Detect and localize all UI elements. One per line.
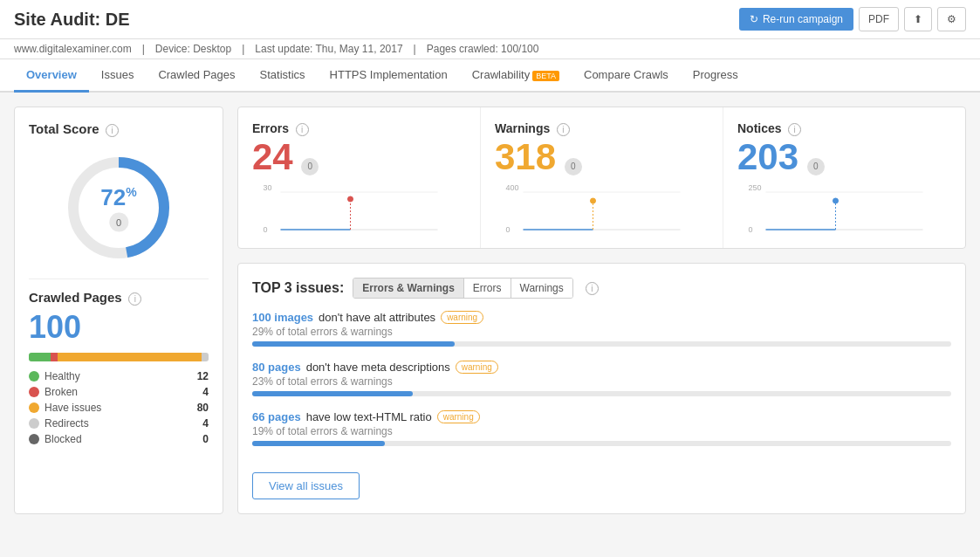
bar-have-issues (58, 353, 202, 361)
notices-number: 203 (737, 136, 798, 177)
rerun-button[interactable]: ↻ Re-run campaign (739, 8, 853, 31)
tab-errors-warnings[interactable]: Errors & Warnings (353, 278, 464, 298)
tab-errors-only[interactable]: Errors (464, 278, 511, 298)
tab-compare-crawls[interactable]: Compare Crawls (572, 59, 681, 93)
count-healthy: 12 (197, 370, 209, 382)
errors-header: Errors i (252, 121, 466, 136)
issue-2-badge: warning (456, 361, 498, 374)
notices-block: Notices i 203 0 250 0 (723, 107, 965, 248)
svg-text:0: 0 (749, 225, 753, 234)
tab-crawled-pages[interactable]: Crawled Pages (146, 59, 247, 93)
errors-value-row: 24 0 (252, 136, 466, 178)
left-panel: Total Score i 72% 0 Cr (14, 107, 223, 514)
total-score-info-icon[interactable]: i (106, 124, 119, 137)
score-badge: 0 (109, 213, 128, 232)
crawled-pages-header: Crawled Pages i (29, 290, 209, 306)
page-title: Site Audit: DE (14, 10, 130, 30)
legend-have-issues: Have issues 80 (29, 402, 209, 414)
svg-text:0: 0 (264, 225, 268, 234)
issues-tab-group: Errors & Warnings Errors Warnings (353, 278, 573, 299)
issue-1-link[interactable]: 100 images (252, 311, 313, 324)
view-all-button[interactable]: View all issues (252, 472, 360, 499)
tab-https[interactable]: HTTPS Implementation (318, 59, 460, 93)
label-have-issues: Have issues (45, 402, 197, 414)
share-button[interactable]: ⬆ (904, 7, 932, 31)
warnings-sparkline: 400 0 (495, 182, 709, 234)
site-url: www.digitalexaminer.com (14, 43, 132, 55)
warnings-block: Warnings i 318 0 400 0 (481, 107, 723, 248)
dot-have-issues (29, 402, 39, 413)
errors-info-icon[interactable]: i (296, 123, 309, 136)
count-blocked: 0 (202, 433, 209, 445)
svg-text:30: 30 (264, 183, 272, 192)
total-score-header: Total Score i (29, 121, 209, 137)
notices-label: Notices (737, 121, 782, 135)
issue-item-2: 80 pages don't have meta descriptions wa… (252, 361, 951, 396)
notices-info-icon[interactable]: i (788, 123, 801, 136)
issue-1-badge: warning (441, 311, 483, 324)
errors-block: Errors i 24 0 30 0 (238, 107, 481, 248)
tab-issues[interactable]: Issues (89, 59, 147, 93)
crawled-pages-info-icon[interactable]: i (128, 292, 141, 306)
errors-sparkline: 30 0 (252, 182, 466, 234)
issue-3-bar-fill (252, 441, 385, 446)
pages-crawled: Pages crawled: 100/100 (427, 43, 539, 55)
notices-value-row: 203 0 (737, 136, 951, 178)
warnings-label: Warnings (495, 121, 550, 135)
divider-1 (29, 278, 209, 279)
page-bar (29, 353, 209, 361)
metrics-row: Errors i 24 0 30 0 (237, 107, 966, 249)
warnings-info-icon[interactable]: i (557, 123, 570, 136)
svg-text:250: 250 (749, 183, 762, 192)
issue-1-sub: 29% of total errors & warnings (252, 326, 951, 338)
donut-center: 72% 0 (100, 184, 136, 232)
top3-info-icon[interactable]: i (586, 282, 599, 295)
settings-button[interactable]: ⚙ (937, 7, 966, 31)
warnings-header: Warnings i (495, 121, 709, 136)
label-redirects: Redirects (45, 417, 202, 430)
tab-crawlability[interactable]: CrawlabilityBETA (460, 59, 572, 93)
errors-spark-svg: 30 0 (252, 182, 466, 234)
svg-text:400: 400 (506, 183, 519, 192)
issues-header: TOP 3 issues: Errors & Warnings Errors W… (252, 278, 951, 299)
tab-statistics[interactable]: Statistics (248, 59, 318, 93)
dot-broken (29, 387, 39, 397)
bar-broken (51, 353, 58, 361)
crawled-pages-label: Crawled Pages (29, 290, 122, 305)
issue-2-sub: 23% of total errors & warnings (252, 375, 951, 388)
warnings-badge: 0 (565, 158, 582, 175)
notices-spark-svg: 250 0 (737, 182, 951, 234)
pdf-button[interactable]: PDF (859, 7, 899, 31)
last-update: Last update: Thu, May 11, 2017 (255, 43, 402, 55)
tab-warnings-only[interactable]: Warnings (511, 278, 572, 298)
errors-badge: 0 (301, 158, 319, 175)
meta-bar: www.digitalexaminer.com | Device: Deskto… (0, 39, 980, 59)
legend-redirects: Redirects 4 (29, 417, 209, 430)
issue-item-1: 100 images don't have alt attributes war… (252, 311, 951, 347)
issue-2-bar-fill (252, 391, 413, 396)
bar-healthy (29, 353, 51, 361)
tab-overview[interactable]: Overview (14, 59, 89, 93)
count-broken: 4 (202, 386, 209, 398)
issue-3-badge: warning (437, 410, 480, 423)
issue-2-desc: don't have meta descriptions (306, 361, 450, 374)
issue-3-link[interactable]: 66 pages (252, 410, 301, 423)
issue-item-3: 66 pages have low text-HTML ratio warnin… (252, 410, 951, 446)
issue-1-desc: don't have alt attributes (319, 311, 435, 324)
issue-2-link[interactable]: 80 pages (252, 361, 301, 374)
dot-redirects (29, 418, 39, 429)
label-healthy: Healthy (45, 370, 197, 382)
crawled-pages-number: 100 (29, 309, 209, 346)
device-info: Device: Desktop (155, 43, 231, 55)
top-bar: Site Audit: DE ↻ Re-run campaign PDF ⬆ ⚙ (0, 0, 980, 39)
issue-3-desc: have low text-HTML ratio (306, 410, 432, 423)
errors-number: 24 (252, 136, 293, 177)
warnings-value-row: 318 0 (495, 136, 709, 178)
main-content: Total Score i 72% 0 Cr (0, 93, 980, 528)
notices-header: Notices i (737, 121, 951, 136)
issue-1-bar-fill (252, 341, 455, 347)
issue-3-bar-bg (252, 441, 951, 446)
tab-progress[interactable]: Progress (681, 59, 750, 93)
warnings-number: 318 (495, 136, 556, 177)
issue-3-sub: 19% of total errors & warnings (252, 425, 951, 437)
